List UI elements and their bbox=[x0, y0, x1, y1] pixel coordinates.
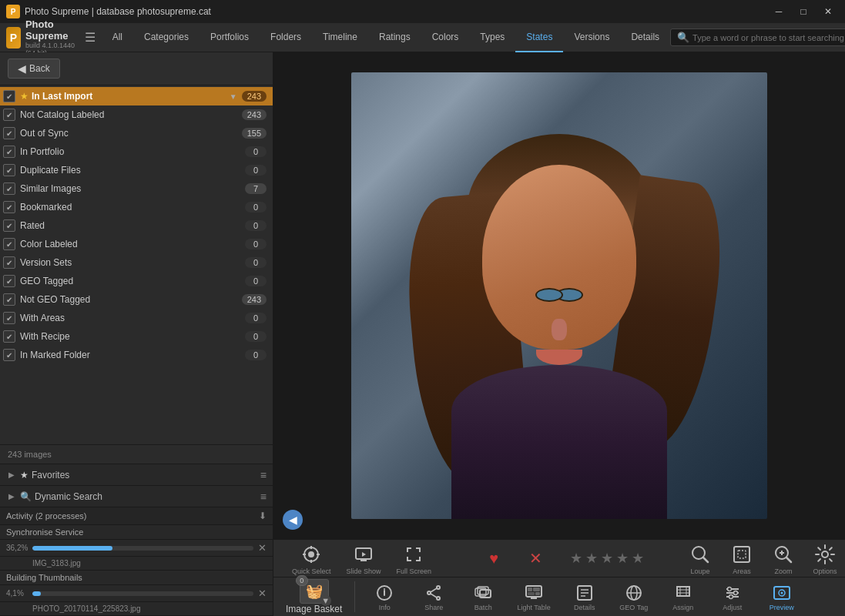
state-checkbox[interactable]: ✔ bbox=[3, 349, 15, 361]
tab-categories[interactable]: Categories bbox=[133, 23, 200, 52]
options-button[interactable]: Options bbox=[806, 541, 844, 577]
bottom-toolbar: Quick Select Slide Show bbox=[273, 539, 845, 616]
svg-rect-31 bbox=[528, 592, 535, 595]
tab-all[interactable]: All bbox=[102, 23, 133, 52]
tab-details[interactable]: Details bbox=[620, 23, 670, 52]
tab-types[interactable]: Types bbox=[469, 23, 515, 52]
state-item-not-catalog-labeled[interactable]: ✔ Not Catalog Labeled 243 bbox=[0, 105, 273, 124]
state-checkbox[interactable]: ✔ bbox=[3, 201, 15, 213]
state-item-duplicate-files[interactable]: ✔ Duplicate Files 0 bbox=[0, 161, 273, 179]
state-checkbox[interactable]: ✔ bbox=[3, 330, 15, 343]
state-checkbox[interactable]: ✔ bbox=[3, 164, 15, 176]
maximize-button[interactable]: □ bbox=[793, 4, 814, 19]
view-tools: Quick Select Slide Show bbox=[286, 541, 438, 577]
dynamic-search-menu-icon[interactable]: ≡ bbox=[260, 490, 267, 503]
state-count: 243 bbox=[242, 109, 267, 120]
favorites-panel[interactable]: ▶ ★ Favorites ≡ bbox=[0, 464, 273, 486]
reject-button[interactable]: ✕ bbox=[516, 544, 555, 572]
state-item-with-areas[interactable]: ✔ With Areas 0 bbox=[0, 309, 273, 327]
state-checkbox[interactable]: ✔ bbox=[3, 182, 15, 195]
state-item-geo-tagged[interactable]: ✔ GEO Tagged 0 bbox=[0, 272, 273, 290]
tab-states[interactable]: States bbox=[515, 23, 563, 52]
state-item-not-geo-tagged[interactable]: ✔ Not GEO Tagged 243 bbox=[0, 290, 273, 309]
share-button[interactable]: Share bbox=[411, 579, 457, 614]
state-count: 0 bbox=[245, 257, 267, 268]
star-1[interactable]: ★ bbox=[570, 550, 582, 567]
search-box[interactable]: 🔍 bbox=[670, 28, 845, 46]
state-checkbox[interactable]: ✔ bbox=[3, 256, 15, 269]
tab-timeline[interactable]: Timeline bbox=[312, 23, 368, 52]
search-input[interactable] bbox=[692, 33, 845, 42]
adjust-button[interactable]: Adjust bbox=[709, 579, 756, 614]
state-item-in-marked-folder[interactable]: ✔ In Marked Folder 0 bbox=[0, 346, 273, 364]
view-controls: Loupe Areas bbox=[681, 541, 844, 577]
state-item-in-last-import[interactable]: ✔ ★ In Last Import ▼ 243 bbox=[0, 87, 273, 105]
progress-close-1[interactable]: ✕ bbox=[258, 542, 267, 554]
state-checkbox[interactable]: ✔ bbox=[3, 219, 15, 232]
state-item-in-portfolio[interactable]: ✔ In Portfolio 0 bbox=[0, 142, 273, 161]
slide-show-button[interactable]: Slide Show bbox=[340, 541, 387, 577]
tab-portfolios[interactable]: Portfolios bbox=[200, 23, 260, 52]
svg-point-22 bbox=[437, 597, 440, 600]
state-item-version-sets[interactable]: ✔ Version Sets 0 bbox=[0, 253, 273, 272]
svg-rect-11 bbox=[738, 551, 746, 558]
star-4[interactable]: ★ bbox=[616, 550, 629, 567]
basket-icon: 🧺 0 ▼ bbox=[300, 579, 329, 604]
state-item-color-labeled[interactable]: ✔ Color Labeled 0 bbox=[0, 235, 273, 253]
minimize-button[interactable]: ─ bbox=[768, 4, 790, 19]
filename-1: IMG_3183.jpg bbox=[32, 559, 267, 567]
expand-icon[interactable]: ▶ bbox=[6, 491, 17, 502]
state-item-out-of-sync[interactable]: ✔ Out of Sync 155 bbox=[0, 124, 273, 142]
star-2[interactable]: ★ bbox=[585, 550, 598, 567]
state-checkbox[interactable]: ✔ bbox=[3, 275, 15, 287]
back-button[interactable]: ◀ Back bbox=[8, 59, 60, 79]
quick-select-button[interactable]: Quick Select bbox=[286, 541, 337, 577]
adjust-label: Adjust bbox=[723, 604, 742, 611]
building-thumbnails-label: Building Thumbnails bbox=[0, 571, 273, 585]
expand-icon[interactable]: ▶ bbox=[6, 470, 17, 480]
adjust-icon bbox=[721, 582, 744, 604]
svg-rect-10 bbox=[734, 547, 749, 562]
areas-button[interactable]: Areas bbox=[723, 541, 761, 577]
menu-button[interactable]: ☰ bbox=[85, 28, 96, 47]
svg-rect-32 bbox=[535, 592, 540, 595]
batch-button[interactable]: Batch bbox=[460, 579, 506, 614]
state-item-with-recipe[interactable]: ✔ With Recipe 0 bbox=[0, 327, 273, 346]
loupe-label: Loupe bbox=[691, 567, 710, 575]
state-checkbox[interactable]: ✔ bbox=[3, 238, 15, 250]
state-checkbox[interactable]: ✔ bbox=[3, 90, 15, 102]
dynamic-search-panel[interactable]: ▶ 🔍 Dynamic Search ≡ bbox=[0, 486, 273, 507]
progress-close-2[interactable]: ✕ bbox=[258, 588, 267, 599]
tab-ratings[interactable]: Ratings bbox=[368, 23, 421, 52]
preview-button[interactable]: Preview bbox=[759, 579, 805, 614]
zoom-label: Zoom bbox=[775, 567, 793, 575]
details-button[interactable]: Details bbox=[562, 579, 608, 614]
loupe-button[interactable]: Loupe bbox=[681, 541, 719, 577]
favorites-menu-icon[interactable]: ≡ bbox=[260, 469, 267, 481]
tab-colors[interactable]: Colors bbox=[421, 23, 470, 52]
divider bbox=[354, 581, 355, 612]
tab-folders[interactable]: Folders bbox=[260, 23, 312, 52]
tab-versions[interactable]: Versions bbox=[563, 23, 620, 52]
state-item-rated[interactable]: ✔ Rated 0 bbox=[0, 216, 273, 235]
state-item-similar-images[interactable]: ✔ Similar Images 7 bbox=[0, 179, 273, 198]
photo-nav-arrow[interactable]: ◀ bbox=[283, 510, 303, 530]
light-table-button[interactable]: Light Table bbox=[509, 579, 558, 614]
geo-tag-button[interactable]: GEO Tag bbox=[611, 579, 657, 614]
close-button[interactable]: ✕ bbox=[817, 4, 839, 19]
star-3[interactable]: ★ bbox=[601, 550, 613, 567]
assign-button[interactable]: Assign bbox=[660, 579, 706, 614]
state-checkbox[interactable]: ✔ bbox=[3, 109, 15, 121]
activity-download-icon[interactable]: ⬇ bbox=[259, 511, 267, 521]
heart-button[interactable]: ♥ bbox=[474, 544, 513, 572]
state-checkbox[interactable]: ✔ bbox=[3, 127, 15, 139]
state-checkbox[interactable]: ✔ bbox=[3, 312, 15, 324]
full-screen-button[interactable]: Full Screen bbox=[391, 541, 438, 577]
state-checkbox[interactable]: ✔ bbox=[3, 293, 15, 306]
info-button[interactable]: Info bbox=[361, 579, 407, 614]
star-5[interactable]: ★ bbox=[632, 550, 644, 567]
image-basket-button[interactable]: 🧺 0 ▼ Image Basket bbox=[280, 578, 348, 616]
state-item-bookmarked[interactable]: ✔ Bookmarked 0 bbox=[0, 198, 273, 216]
state-checkbox[interactable]: ✔ bbox=[3, 146, 15, 158]
zoom-button[interactable]: Zoom bbox=[764, 541, 803, 577]
